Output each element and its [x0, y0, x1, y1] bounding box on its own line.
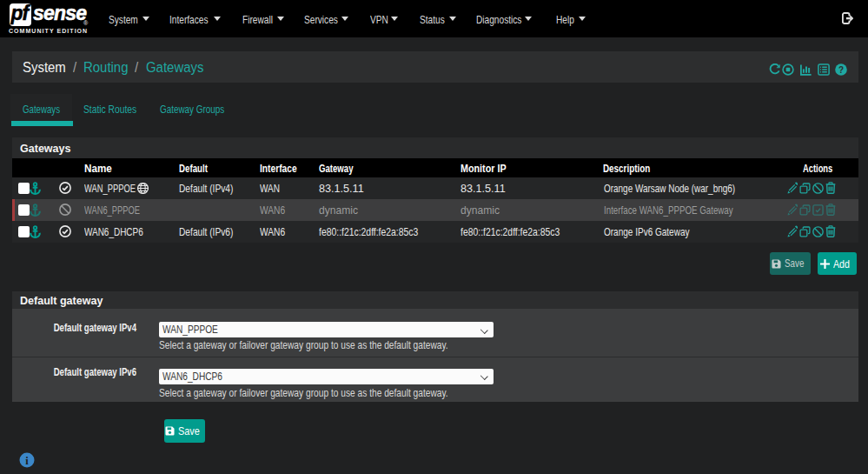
- svg-text:i: i: [25, 455, 29, 467]
- svg-text:?: ?: [838, 65, 844, 75]
